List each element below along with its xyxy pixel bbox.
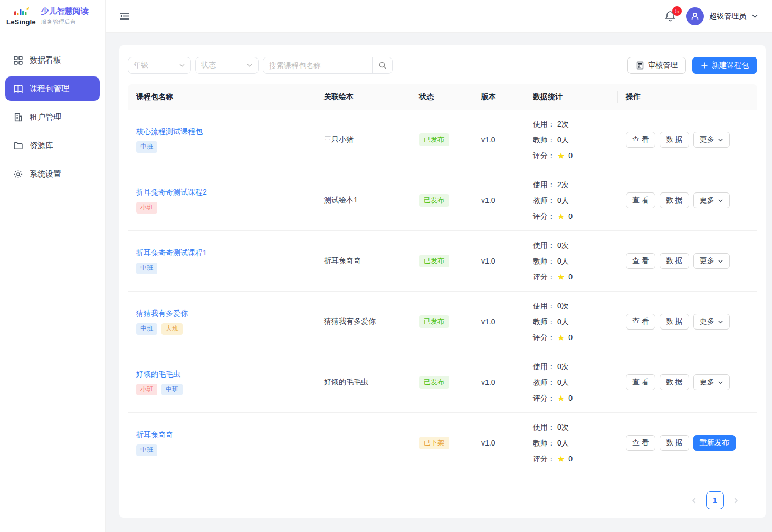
grade-tag-list: 中班大班 (136, 323, 183, 335)
usage-stat: 使用：0次 (533, 420, 569, 435)
brand-logo-text: LeSingle (6, 18, 36, 26)
status-select[interactable]: 状态 (195, 57, 259, 74)
view-button[interactable]: 查 看 (626, 192, 655, 208)
sidebar: LeSingle 少儿智慧阅读 服务管理后台 数据看板课程包管理租户管理资源库系… (0, 0, 106, 532)
grade-tag-list: 小班 (136, 202, 157, 214)
status-badge: 已发布 (419, 194, 449, 207)
menu-fold-icon[interactable] (119, 10, 132, 23)
view-button[interactable]: 查 看 (626, 435, 655, 451)
app-title: 少儿智慧阅读 (41, 6, 89, 16)
stats-cell: 使用：0次教师：0人评分：★0 (525, 352, 617, 412)
stats-cell: 使用：0次教师：0人评分：★0 (525, 292, 617, 352)
grade-tag-list: 小班中班 (136, 384, 183, 395)
data-button[interactable]: 数 据 (660, 435, 689, 451)
status-cell: 已发布 (411, 170, 473, 230)
version-cell: v1.0 (473, 292, 525, 352)
usage-stat: 使用：0次 (533, 359, 569, 374)
column-header-book: 关联绘本 (316, 84, 411, 110)
view-button[interactable]: 查 看 (626, 253, 655, 269)
republish-button[interactable]: 重新发布 (693, 435, 736, 451)
more-button-label: 更多 (700, 135, 714, 144)
table-row: 折耳兔奇奇测试课程1中班折耳兔奇奇已发布v1.0使用：0次教师：0人评分：★0查… (128, 231, 757, 292)
table-header: 课程包名称 关联绘本 状态 版本 数据统计 操作 (128, 84, 757, 110)
data-button[interactable]: 数 据 (660, 314, 689, 330)
grade-select[interactable]: 年级 (128, 57, 191, 74)
create-course-package-button[interactable]: 新建课程包 (692, 57, 757, 74)
search-icon (378, 61, 387, 70)
status-select-placeholder: 状态 (201, 61, 216, 70)
chevron-down-icon (718, 198, 723, 204)
course-package-link[interactable]: 折耳兔奇奇测试课程2 (136, 188, 207, 197)
more-button[interactable]: 更多 (693, 192, 730, 208)
notification-bell-icon[interactable]: 5 (664, 9, 678, 23)
course-package-link[interactable]: 核心流程测试课程包 (136, 127, 203, 137)
actions-cell: 查 看数 据更多 (617, 231, 757, 291)
more-button[interactable]: 更多 (693, 374, 730, 390)
page-number-1[interactable]: 1 (706, 491, 724, 509)
status-cell: 已发布 (411, 110, 473, 170)
star-icon: ★ (557, 330, 565, 345)
grade-select-placeholder: 年级 (134, 61, 148, 70)
view-button[interactable]: 查 看 (626, 132, 655, 148)
column-header-stats: 数据统计 (525, 84, 617, 110)
grade-tag: 小班 (136, 384, 157, 395)
audit-management-button[interactable]: 审核管理 (627, 57, 686, 74)
table-row: 折耳兔奇奇中班已下架v1.0使用：0次教师：0人评分：★0查 看数 据重新发布 (128, 413, 757, 473)
status-cell: 已发布 (411, 352, 473, 412)
sidebar-item-label: 课程包管理 (30, 84, 69, 94)
sidebar-item-3[interactable]: 资源库 (5, 133, 100, 158)
grade-tag: 中班 (136, 444, 157, 456)
data-button[interactable]: 数 据 (660, 253, 689, 269)
rating-stat: 评分：★0 (533, 391, 573, 406)
sidebar-item-0[interactable]: 数据看板 (5, 48, 100, 72)
search-input[interactable] (263, 57, 372, 73)
course-package-link[interactable]: 折耳兔奇奇测试课程1 (136, 248, 207, 258)
actions-cell: 查 看数 据更多 (617, 170, 757, 230)
more-button[interactable]: 更多 (693, 253, 730, 269)
actions-cell: 查 看数 据更多 (617, 110, 757, 170)
user-menu[interactable]: 超级管理员 (686, 7, 758, 25)
status-badge: 已发布 (419, 315, 449, 328)
user-name: 超级管理员 (709, 12, 746, 21)
course-package-table: 课程包名称 关联绘本 状态 版本 数据统计 操作 核心流程测试课程包中班三只小猪… (128, 84, 757, 473)
rating-stat: 评分：★0 (533, 209, 573, 224)
view-button[interactable]: 查 看 (626, 374, 655, 390)
sidebar-item-4[interactable]: 系统设置 (5, 162, 100, 186)
search-button[interactable] (372, 57, 392, 73)
version-cell: v1.0 (473, 413, 525, 473)
chevron-down-icon (751, 13, 758, 20)
data-button[interactable]: 数 据 (660, 374, 689, 390)
more-button-label: 更多 (700, 378, 714, 387)
sidebar-item-2[interactable]: 租户管理 (5, 105, 100, 129)
course-package-link[interactable]: 折耳兔奇奇 (136, 430, 173, 440)
grade-tag-list: 中班 (136, 141, 157, 153)
more-button[interactable]: 更多 (693, 314, 730, 330)
more-button[interactable]: 更多 (693, 132, 730, 148)
stats-cell: 使用：0次教师：0人评分：★0 (525, 413, 617, 473)
version-cell: v1.0 (473, 231, 525, 291)
data-button[interactable]: 数 据 (660, 132, 689, 148)
course-package-link[interactable]: 好饿的毛毛虫 (136, 370, 180, 379)
course-package-link[interactable]: 猜猜我有多爱你 (136, 309, 188, 318)
version-cell: v1.0 (473, 170, 525, 230)
chevron-down-icon (246, 62, 253, 69)
content-area: 年级 状态 (106, 33, 772, 532)
next-page-icon[interactable] (732, 497, 739, 504)
star-icon: ★ (557, 148, 565, 163)
table-row: 核心流程测试课程包中班三只小猪已发布v1.0使用：2次教师：0人评分：★0查 看… (128, 110, 757, 170)
view-button[interactable]: 查 看 (626, 314, 655, 330)
more-button-label: 更多 (700, 196, 714, 205)
more-button-label: 更多 (700, 317, 714, 326)
audit-button-label: 审核管理 (648, 61, 678, 70)
table-body: 核心流程测试课程包中班三只小猪已发布v1.0使用：2次教师：0人评分：★0查 看… (128, 110, 757, 473)
star-icon: ★ (557, 391, 565, 406)
data-button[interactable]: 数 据 (660, 192, 689, 208)
sidebar-item-1[interactable]: 课程包管理 (5, 76, 100, 101)
stats-cell: 使用：2次教师：0人评分：★0 (525, 110, 617, 170)
brand: LeSingle 少儿智慧阅读 服务管理后台 (0, 0, 105, 33)
prev-page-icon[interactable] (691, 497, 698, 504)
chevron-down-icon (718, 258, 723, 264)
status-cell: 已发布 (411, 292, 473, 352)
teacher-stat: 教师：0人 (533, 132, 569, 148)
search-group (263, 57, 393, 74)
